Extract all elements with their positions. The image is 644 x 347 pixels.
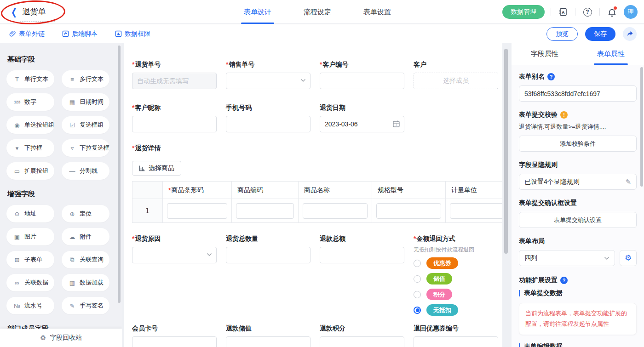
section-title-basic-fields: 基础字段: [7, 55, 116, 64]
customer-nickname-input[interactable]: [132, 116, 217, 132]
edit-icon[interactable]: ✎: [625, 178, 631, 186]
field-total-qty[interactable]: 退货总数量: [226, 234, 310, 320]
save-button[interactable]: 保存: [585, 27, 615, 41]
properties-panel: 字段属性 表单属性 表单别名 ? 53f68ffc533c8fdd7efc169…: [512, 43, 644, 347]
field-phone[interactable]: 手机号码: [226, 103, 310, 132]
backend-script-link[interactable]: 后端脚本: [62, 30, 98, 38]
tab-form-properties[interactable]: 表单属性: [578, 43, 644, 65]
field-return-order-no[interactable]: *退货单号: [132, 60, 217, 89]
radio-unselected[interactable]: [414, 275, 421, 283]
layout-select[interactable]: 四列: [519, 250, 615, 266]
tab-form-design[interactable]: 表单设计: [244, 0, 271, 24]
radio-unselected[interactable]: [414, 260, 421, 267]
canvas-scrollbar[interactable]: [504, 49, 508, 254]
field-item-subform[interactable]: ⊞子表单: [6, 251, 54, 268]
share-button[interactable]: [623, 27, 637, 41]
question-icon[interactable]: ?: [560, 277, 568, 284]
add-validation-button[interactable]: 添加校验条件: [519, 136, 637, 152]
select-product-button[interactable]: 选择商品: [132, 161, 181, 176]
radio-option-points[interactable]: 积分: [414, 289, 498, 300]
field-item-single-line-text[interactable]: T单行文本: [6, 70, 54, 88]
field-sales-order-no[interactable]: *销售单号: [226, 60, 310, 89]
unit-input[interactable]: [450, 203, 502, 219]
product-code-input[interactable]: [236, 203, 294, 219]
radio-option-stored-value[interactable]: 储值: [414, 273, 498, 284]
refund-total-input[interactable]: [320, 247, 404, 263]
visibility-rules-box[interactable]: 已设置4个显隐规则 ✎: [519, 174, 637, 190]
field-item-divider[interactable]: —分割线: [62, 162, 109, 180]
field-customer[interactable]: 客户 选择成员: [414, 60, 498, 89]
refund-points-input[interactable]: [320, 336, 404, 347]
data-manage-button[interactable]: 数据管理: [502, 5, 545, 19]
field-item-linked-query[interactable]: ⧉关联查询: [62, 251, 109, 268]
layout-settings-button[interactable]: ⚙: [620, 250, 637, 266]
member-card-input[interactable]: [132, 336, 217, 347]
select-member-button[interactable]: 选择成员: [414, 73, 498, 89]
coupon-no-input[interactable]: [414, 336, 498, 347]
back-button[interactable]: ❮ 退货单: [10, 6, 46, 17]
field-item-extend-button[interactable]: ▭扩展按钮: [6, 162, 54, 180]
help-icon[interactable]: ?: [581, 6, 593, 18]
refund-stored-input[interactable]: [226, 336, 310, 347]
field-item-radio-group[interactable]: ◉单选按钮组: [6, 116, 54, 134]
field-item-multi-line-text[interactable]: ≡多行文本: [62, 70, 109, 88]
field-item-image[interactable]: ▣图片: [6, 228, 54, 245]
barcode-input[interactable]: [167, 203, 227, 219]
field-member-card[interactable]: 会员卡号: [132, 324, 217, 347]
dropdown-icon: ▾: [13, 145, 21, 152]
field-item-address[interactable]: ⊙地址: [6, 205, 54, 222]
field-item-multi-dropdown[interactable]: ▿下拉复选框: [62, 139, 109, 157]
data-permission-link[interactable]: 数据权限: [115, 30, 150, 38]
product-name-input[interactable]: [303, 203, 368, 219]
submit-confirm-button[interactable]: 表单提交确认设置: [519, 212, 637, 228]
tab-form-setting[interactable]: 表单设置: [363, 0, 391, 24]
field-item-attachment[interactable]: ☁附件: [62, 228, 109, 245]
field-return-date[interactable]: 退货日期 7: [320, 103, 404, 132]
field-item-checkbox-group[interactable]: ☑复选框组: [62, 116, 109, 134]
panel-scrollbar[interactable]: [640, 67, 643, 187]
field-refund-total[interactable]: 退款总额: [320, 234, 404, 320]
address-book-icon[interactable]: A: [557, 6, 569, 18]
preview-button[interactable]: 预览: [546, 27, 578, 41]
field-item-data-load[interactable]: ▥数据加载: [62, 274, 109, 291]
submit-data-subtitle: 表单提交数据: [519, 289, 637, 297]
customer-no-input[interactable]: [320, 73, 404, 89]
radio-selected[interactable]: [414, 307, 421, 314]
radio-option-coupon[interactable]: 优惠券: [414, 257, 498, 269]
return-reason-select[interactable]: [132, 247, 217, 263]
field-item-datetime[interactable]: ▦日期时间: [62, 93, 109, 111]
field-coupon-no[interactable]: 退回优惠券编号: [414, 324, 498, 347]
field-item-signature[interactable]: ✎手写签名: [62, 297, 109, 314]
sidebar-scrollbar[interactable]: [118, 46, 121, 303]
question-icon[interactable]: ?: [547, 73, 555, 80]
phone-input[interactable]: [226, 116, 310, 132]
avatar[interactable]: 理: [624, 5, 638, 19]
form-alias-input[interactable]: 53f68ffc533c8fdd7efc1697: [519, 85, 637, 102]
sales-order-no-select[interactable]: [226, 73, 310, 89]
section-title-enhanced-fields: 增强字段: [7, 190, 116, 199]
radio-unselected[interactable]: [414, 291, 421, 298]
notification-bell-icon[interactable]: [606, 6, 618, 18]
field-customer-no[interactable]: *客户编号: [320, 60, 404, 89]
total-qty-input[interactable]: [226, 247, 310, 263]
field-item-serial-number[interactable]: №流水号: [6, 297, 54, 314]
tab-field-properties[interactable]: 字段属性: [512, 43, 578, 65]
tab-flow-setting[interactable]: 流程设定: [304, 0, 331, 24]
field-return-reason[interactable]: *退货原因: [132, 234, 217, 320]
return-date-input[interactable]: [320, 116, 404, 132]
spec-model-input[interactable]: [376, 203, 441, 219]
field-item-number[interactable]: 123数字: [6, 93, 54, 111]
field-item-location[interactable]: ⊕定位: [62, 205, 109, 222]
field-refund-points[interactable]: 退款积分: [320, 324, 404, 347]
radio-option-no-deduction[interactable]: 无抵扣: [414, 304, 498, 316]
field-recycle-bin[interactable]: ♻ 字段回收站: [0, 329, 122, 347]
field-item-dropdown[interactable]: ▾下拉框: [6, 139, 54, 157]
field-item-linked-data[interactable]: ∞关联数据: [6, 274, 54, 291]
field-return-detail[interactable]: *退货详情 选择商品 1 *商品条形码 商品编码 商品名称: [132, 143, 502, 223]
multi-line-text-icon: ≡: [69, 76, 76, 83]
field-customer-nickname[interactable]: *客户昵称: [132, 103, 217, 132]
table-header-product-code: 商品编码: [232, 182, 298, 199]
form-external-link[interactable]: 表单外链: [9, 30, 45, 38]
validation-rule-text[interactable]: 退货详情.可退数量>=退货详情....: [519, 123, 637, 131]
field-refund-stored[interactable]: 退款储值: [226, 324, 310, 347]
